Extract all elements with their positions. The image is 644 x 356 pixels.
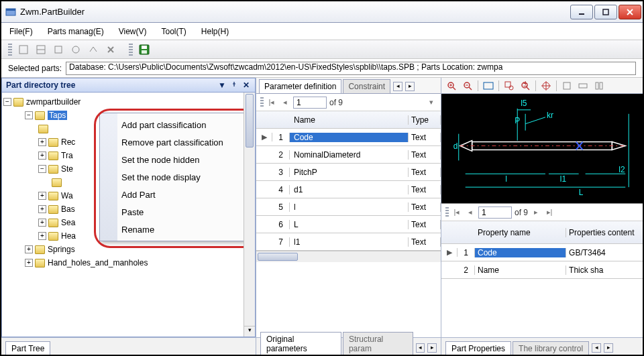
save-icon[interactable] [137,42,152,57]
expand-icon[interactable]: + [25,259,33,267]
toolbar-btn-5[interactable] [86,42,101,57]
pager-prev-icon[interactable]: ◂ [280,97,290,108]
dropdown-icon[interactable]: ▼ [217,80,227,90]
pin-icon[interactable] [229,80,239,90]
toolbar-btn-1[interactable] [16,42,31,57]
expand-icon[interactable]: + [38,152,46,160]
pager-first-icon[interactable]: |◂ [266,97,277,108]
cell-type[interactable]: Text [409,220,441,229]
property-row[interactable]: 2NameThick sha [441,261,643,279]
toolbar-btn-2[interactable] [34,42,48,57]
view-btn-2[interactable] [577,80,589,92]
menu-file[interactable]: File(F) [9,27,33,36]
preview-canvas[interactable]: l5 kr P d l l1 l2 L [441,94,643,204]
menu-view[interactable]: View(V) [119,27,147,36]
pager-last-icon[interactable]: ▸| [544,207,555,218]
maximize-button[interactable] [594,5,617,19]
tab-original-parameters[interactable]: Original parameters [260,332,341,355]
tree-root-row[interactable]: − zwmpartbuilder [3,95,254,109]
col-property-name[interactable]: Property name [475,228,566,237]
selected-parts-path[interactable]: Database: C:\Users\Public\Documents\Zwso… [66,62,636,75]
expand-icon[interactable]: + [38,192,46,200]
cell-name[interactable]: l [290,202,409,212]
zoom-window-icon[interactable] [503,80,515,92]
tab-nav-left-icon[interactable]: ◂ [393,82,402,91]
cell-name[interactable]: NominalDiameterd [290,150,409,160]
cell-name[interactable]: Code [290,133,409,142]
param-row[interactable]: 2NominalDiameterdText [256,146,441,164]
col-type-header[interactable]: Type [409,115,441,125]
zoom-out-icon[interactable] [462,80,474,92]
scrollbar-down-icon[interactable]: ▾ [244,326,255,337]
collapse-icon[interactable]: − [38,165,46,173]
param-row[interactable]: 5lText [256,198,441,216]
tab-library-control[interactable]: The library control [513,341,589,355]
tab-nav-right-icon[interactable]: ▸ [604,343,613,353]
tab-nav-left-icon[interactable]: ◂ [416,343,425,353]
tab-nav-right-icon[interactable]: ▸ [405,82,415,91]
close-button[interactable] [619,5,641,19]
close-panel-icon[interactable]: ✕ [241,80,251,90]
cell-property-name[interactable]: Name [475,265,566,275]
pager-prev-icon[interactable]: ◂ [465,207,476,218]
tree-view[interactable]: − zwmpartbuilder −Taps+Rec+Tra−Ste+Wa+Ba… [1,93,256,337]
cell-type[interactable]: Text [409,150,441,160]
cell-type[interactable]: Text [409,168,441,177]
menu-parts-manag[interactable]: Parts manag(E) [48,27,104,36]
cell-type[interactable]: Text [409,185,441,194]
cell-name[interactable]: l1 [290,237,409,247]
cell-property-name[interactable]: Code [475,248,566,257]
param-row[interactable]: 7l1Text [256,233,441,251]
param-row[interactable]: 6LText [256,216,441,233]
tree-row[interactable]: +Hand_holes_and_manholes [3,256,254,270]
expand-icon[interactable]: + [25,245,33,253]
expand-icon[interactable]: + [38,205,46,213]
pager-first-icon[interactable]: |◂ [451,207,462,218]
pager-page-input[interactable] [293,97,327,109]
tab-part-properties[interactable]: Part Properties [445,341,511,355]
tab-nav-right-icon[interactable]: ▸ [427,343,437,353]
collapse-icon[interactable]: − [25,111,33,119]
target-icon[interactable] [540,80,552,92]
pager-next-icon[interactable]: ▸ [531,207,541,218]
cell-type[interactable]: Text [409,133,441,142]
zoom-in-icon[interactable] [445,80,458,92]
toolbar-delete-icon[interactable] [103,42,118,57]
param-row[interactable]: ▶1CodeText [256,129,441,146]
tree-scrollbar[interactable]: ▾ [244,93,255,337]
minimize-button[interactable] [570,5,593,19]
menu-tool[interactable]: Tool(T) [162,27,186,36]
zoom-extents-icon[interactable] [482,80,494,92]
cell-name[interactable]: d1 [290,185,409,194]
cell-type[interactable]: Text [409,202,441,212]
tab-structural-param[interactable]: Structural param [343,332,413,355]
param-grid-h-scroll[interactable] [256,251,441,262]
cell-type[interactable]: Text [409,237,441,247]
cell-name[interactable]: L [290,220,409,229]
toolbar-btn-3[interactable] [51,42,66,57]
cell-name[interactable]: PitchP [290,168,409,177]
tab-part-tree[interactable]: Part Tree [5,341,50,355]
col-property-content[interactable]: Properties content [566,228,643,237]
col-name-header[interactable]: Name [290,115,409,125]
view-btn-3[interactable] [593,80,605,92]
tab-parameter-definition[interactable]: Parameter definition [259,79,341,93]
expand-icon[interactable]: + [38,138,46,146]
param-row[interactable]: 3PitchPText [256,164,441,181]
expand-icon[interactable]: + [38,219,46,227]
cell-property-content[interactable]: GB/T3464 [566,248,643,257]
expand-icon[interactable]: + [38,232,46,240]
scrollbar-thumb[interactable] [246,94,254,147]
collapse-icon[interactable]: − [3,98,11,106]
property-row[interactable]: ▶1CodeGB/T3464 [441,244,643,261]
menu-help[interactable]: Help(H) [201,27,229,36]
right-pager-input[interactable] [478,206,512,219]
zoom-realtime-icon[interactable]: ± [519,80,531,92]
cell-property-content[interactable]: Thick sha [566,265,643,275]
view-btn-1[interactable] [561,80,573,92]
toolbar-btn-4[interactable] [68,42,83,57]
pager-menu-icon[interactable]: ▾ [426,97,437,108]
tab-nav-left-icon[interactable]: ◂ [592,343,601,353]
tab-constraint[interactable]: Constraint [343,79,390,93]
param-row[interactable]: 4d1Text [256,181,441,198]
